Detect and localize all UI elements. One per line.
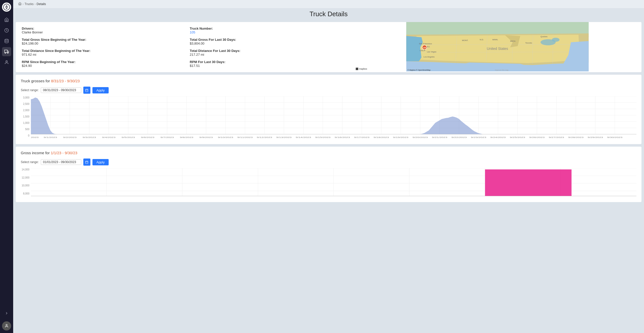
chart1-wrapper: 3,000 2,500 2,000 1,500 1,000 500 0	[21, 96, 636, 142]
chart2-wrapper: 14,000 12,000 10,000 8,000	[21, 168, 636, 200]
svg-text:MICH.: MICH.	[510, 40, 516, 42]
total-gross-year-label: Total Gross Since Beginning of The Year:	[22, 38, 180, 42]
sidebar-collapse-button[interactable]	[2, 309, 11, 318]
total-distance-year-value: 971.62 mi	[22, 53, 180, 56]
svg-point-7	[7, 52, 8, 53]
chart2-range-label: Select range:	[21, 160, 39, 164]
breadcrumb-bar: › Trucks › Details	[13, 0, 644, 8]
svg-text:9/1/2023: 9/1/2023	[44, 136, 57, 139]
svg-text:105: 105	[423, 47, 426, 49]
sidebar-item-data[interactable]	[2, 36, 11, 46]
app-logo	[2, 3, 11, 12]
chart1-calendar-button[interactable]	[83, 87, 90, 94]
svg-text:MINN.: MINN.	[493, 38, 498, 41]
rpm-30-label: RPM For Last 30 Days:	[190, 60, 347, 64]
chart1-apply-button[interactable]: Apply	[92, 87, 109, 93]
svg-point-9	[6, 324, 7, 326]
chart2-svg	[31, 168, 636, 199]
svg-text:9/19/2023: 9/19/2023	[393, 136, 408, 139]
page-scroll: Drivers: Clarke Bonner Truck Number: 105…	[13, 21, 644, 333]
breadcrumb: › Trucks › Details	[18, 2, 46, 6]
svg-text:9/16/2023: 9/16/2023	[335, 136, 350, 139]
chart1-date-range: 8/31/23 - 9/30/23	[51, 79, 80, 83]
svg-text:9/8/2023: 9/8/2023	[180, 136, 193, 139]
svg-point-3	[5, 39, 8, 41]
chart1-svg: 8/31/2023 9/1/2023 9/2/2023 9/3/2023 9/4…	[31, 96, 636, 141]
sidebar	[0, 0, 13, 333]
total-distance-year-label: Total Distance Since Beginning of The Ye…	[22, 49, 180, 53]
svg-point-1	[6, 6, 7, 8]
svg-text:© Mapbox © OpenStreetMap: © Mapbox © OpenStreetMap	[408, 69, 431, 71]
chart1-y-labels: 3,000 2,500 2,000 1,500 1,000 500 0	[21, 96, 31, 142]
truck-number-label: Truck Number:	[190, 27, 347, 30]
svg-text:9/30/2023: 9/30/2023	[607, 136, 622, 139]
chart2-calendar-button[interactable]	[83, 159, 90, 166]
svg-text:Quebec: Quebec	[541, 35, 548, 38]
svg-text:9/14/2023: 9/14/2023	[296, 136, 311, 139]
driver-value: Clarke Bonner	[22, 30, 180, 34]
svg-text:9/24/2023: 9/24/2023	[490, 136, 506, 139]
svg-text:9/5/2023: 9/5/2023	[122, 136, 135, 139]
svg-text:9/9/2023: 9/9/2023	[199, 136, 213, 139]
svg-text:Toronto: Toronto	[525, 42, 532, 44]
svg-text:9/3/2023: 9/3/2023	[83, 136, 96, 139]
total-gross-year-value: $24,198.00	[22, 42, 180, 45]
map-container: United States NEV. Las Vegas CALIF. Los …	[354, 22, 641, 71]
svg-point-6	[5, 52, 6, 53]
chart2-y-labels: 14,000 12,000 10,000 8,000	[21, 168, 31, 200]
svg-rect-30	[86, 89, 88, 92]
chart2-plot	[31, 168, 636, 200]
chart2-apply-button[interactable]: Apply	[92, 159, 109, 165]
svg-text:9/23/2023: 9/23/2023	[471, 136, 486, 139]
svg-rect-103	[86, 161, 88, 164]
main-content: › Trucks › Details Truck Details Drivers…	[13, 0, 644, 333]
sidebar-item-home[interactable]	[2, 15, 11, 24]
svg-text:9/17/2023: 9/17/2023	[354, 136, 369, 139]
map-svg: United States NEV. Las Vegas CALIF. Los …	[354, 22, 641, 71]
page-title: Truck Details	[13, 8, 644, 21]
map-attribution: ⬛ mapbox	[355, 67, 368, 70]
total-gross-30-value: $3,804.00	[190, 42, 347, 45]
svg-rect-4	[5, 50, 7, 52]
driver-label: Drivers:	[22, 27, 180, 30]
chart2-section: Gross income for 1/1/23 - 9/30/23 Select…	[16, 147, 641, 202]
truck-number-value[interactable]: 105	[190, 30, 347, 34]
svg-text:9/26/2023: 9/26/2023	[529, 136, 545, 139]
sidebar-item-trucks[interactable]	[2, 47, 11, 56]
svg-text:N.D.: N.D.	[480, 38, 484, 41]
breadcrumb-details: Details	[37, 2, 46, 6]
chart1-section: Truck grosses for 8/31/23 - 9/30/23 Sele…	[16, 75, 641, 144]
svg-point-13	[552, 38, 560, 42]
svg-text:9/29/2023: 9/29/2023	[588, 136, 603, 139]
chart2-range-input[interactable]	[41, 159, 81, 165]
svg-text:9/20/2023: 9/20/2023	[413, 136, 428, 139]
sidebar-item-users[interactable]	[2, 58, 11, 67]
rpm-year-value: $24.90	[22, 64, 180, 68]
chart2-range-row: Select range: Apply	[21, 159, 636, 166]
breadcrumb-sep2: ›	[35, 2, 36, 6]
svg-text:9/13/2023: 9/13/2023	[276, 136, 292, 139]
svg-text:Improve this map: Improve this map	[495, 69, 509, 71]
svg-text:United States: United States	[487, 47, 508, 51]
chart1-range-row: Select range: Apply	[21, 87, 636, 94]
svg-text:9/11/2023: 9/11/2023	[237, 136, 253, 139]
svg-text:9/28/2023: 9/28/2023	[568, 136, 584, 139]
svg-text:9/4/2023: 9/4/2023	[102, 136, 115, 139]
svg-text:8/31/2023: 8/31/2023	[31, 136, 38, 139]
svg-text:Las Vegas: Las Vegas	[427, 51, 436, 53]
rpm-30-value: $17.51	[190, 64, 347, 68]
svg-text:9/7/2023: 9/7/2023	[160, 136, 174, 139]
user-avatar[interactable]	[2, 321, 11, 330]
svg-text:9/18/2023: 9/18/2023	[374, 136, 389, 139]
svg-text:Los Angeles: Los Angeles	[424, 56, 435, 58]
total-distance-30-label: Total Distance For Last 30 Days:	[190, 49, 347, 53]
sidebar-item-dashboard[interactable]	[2, 26, 11, 35]
chart1-range-label: Select range:	[21, 88, 39, 92]
chart1-range-input[interactable]	[41, 87, 81, 93]
breadcrumb-sep1: ›	[23, 2, 24, 6]
breadcrumb-trucks[interactable]: Trucks	[25, 2, 34, 6]
breadcrumb-home-icon[interactable]	[18, 2, 22, 6]
svg-text:San Francisco: San Francisco	[419, 43, 432, 45]
svg-point-8	[6, 61, 7, 62]
svg-text:9/12/2023: 9/12/2023	[257, 136, 272, 139]
